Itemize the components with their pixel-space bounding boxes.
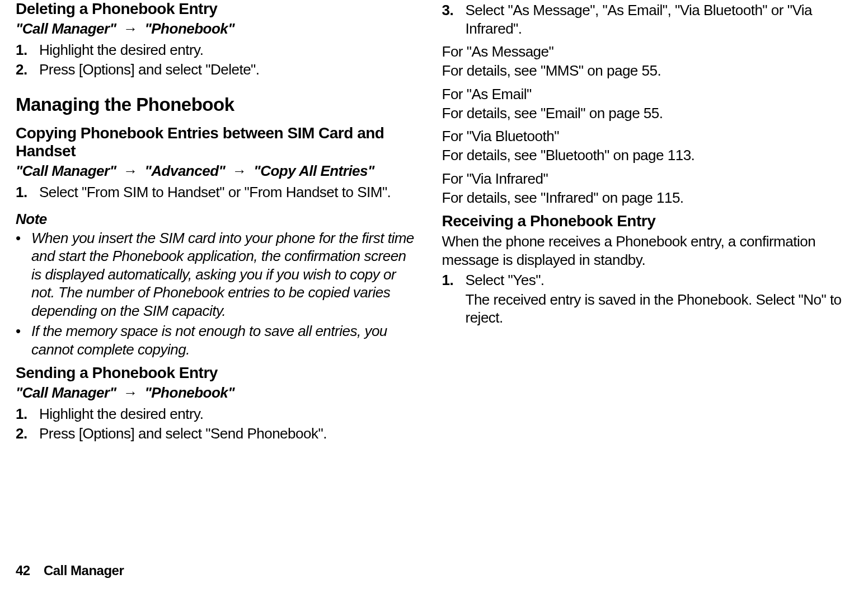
note-text: If the memory space is not enough to sav… — [31, 322, 420, 358]
heading-copying-entries: Copying Phonebook Entries between SIM Ca… — [16, 124, 420, 160]
nav-path-copying: "Call Manager" → "Advanced" → "Copy All … — [16, 162, 420, 180]
step-number: 2. — [16, 424, 39, 443]
step-text: Press [Options] and select "Delete". — [39, 60, 420, 79]
nav-segment: "Call Manager" — [16, 384, 116, 401]
step-text: Highlight the desired entry. — [39, 41, 420, 59]
arrow-right-icon: → — [123, 384, 138, 402]
nav-segment: "Copy All Entries" — [254, 162, 374, 179]
steps-sending: 1. Highlight the desired entry. 2. Press… — [16, 405, 420, 442]
step-number: 1. — [16, 41, 39, 59]
for-as-message-head: For "As Message" — [442, 43, 846, 60]
arrow-right-icon: → — [123, 20, 138, 38]
receiving-para: When the phone receives a Phonebook entr… — [442, 232, 846, 269]
step-text: Select "As Message", "As Email", "Via Bl… — [466, 1, 846, 38]
nav-path-deleting: "Call Manager" → "Phonebook" — [16, 20, 420, 38]
for-as-email-head: For "As Email" — [442, 86, 846, 103]
bullet-icon: • — [16, 229, 31, 248]
for-as-message-body: For details, see "MMS" on page 55. — [442, 62, 846, 80]
note-item: • When you insert the SIM card into your… — [16, 229, 420, 320]
heading-receiving-entry: Receiving a Phonebook Entry — [442, 212, 846, 230]
step-text-line: Select "Yes". — [466, 272, 545, 288]
left-column: Deleting a Phonebook Entry "Call Manager… — [16, 0, 431, 444]
page-number: 42 — [16, 563, 30, 578]
for-as-email-body: For details, see "Email" on page 55. — [442, 104, 846, 123]
page-footer: 42 Call Manager — [16, 563, 124, 578]
step-text: Select "From SIM to Handset" or "From Ha… — [39, 183, 420, 202]
note-label: Note — [16, 211, 420, 228]
bullet-icon: • — [16, 322, 31, 340]
step-item: 2. Press [Options] and select "Delete". — [16, 60, 420, 79]
step-number: 2. — [16, 60, 39, 79]
step-number: 1. — [16, 405, 39, 423]
step-text: Highlight the desired entry. — [39, 405, 420, 423]
step-number: 1. — [442, 271, 466, 290]
manual-page: Deleting a Phonebook Entry "Call Manager… — [0, 0, 868, 602]
for-via-bluetooth-head: For "Via Bluetooth" — [442, 128, 846, 145]
step-text: Select "Yes". The received entry is save… — [466, 271, 846, 327]
arrow-right-icon: → — [123, 162, 138, 180]
steps-receiving: 1. Select "Yes". The received entry is s… — [442, 271, 846, 327]
note-text: When you insert the SIM card into your p… — [31, 229, 420, 320]
for-via-bluetooth-body: For details, see "Bluetooth" on page 113… — [442, 146, 846, 165]
nav-segment: "Phonebook" — [144, 20, 234, 37]
heading-managing-phonebook: Managing the Phonebook — [16, 94, 420, 115]
steps-deleting: 1. Highlight the desired entry. 2. Press… — [16, 41, 420, 78]
nav-segment: "Call Manager" — [16, 20, 116, 37]
step-number: 1. — [16, 183, 39, 202]
step-item: 1. Highlight the desired entry. — [16, 405, 420, 423]
nav-segment: "Phonebook" — [144, 384, 234, 401]
nav-path-sending: "Call Manager" → "Phonebook" — [16, 384, 420, 402]
for-via-infrared-head: For "Via Infrared" — [442, 170, 846, 188]
steps-sending-cont: 3. Select "As Message", "As Email", "Via… — [442, 1, 846, 38]
footer-section: Call Manager — [44, 563, 124, 578]
step-item: 1. Select "From SIM to Handset" or "From… — [16, 183, 420, 202]
note-item: • If the memory space is not enough to s… — [16, 322, 420, 358]
step-item: 1. Select "Yes". The received entry is s… — [442, 271, 846, 327]
step-text: Press [Options] and select "Send Phonebo… — [39, 424, 420, 443]
two-column-layout: Deleting a Phonebook Entry "Call Manager… — [0, 0, 868, 444]
step-item: 2. Press [Options] and select "Send Phon… — [16, 424, 420, 443]
right-column: 3. Select "As Message", "As Email", "Via… — [431, 0, 846, 444]
for-via-infrared-body: For details, see "Infrared" on page 115. — [442, 189, 846, 207]
step-subtext: The received entry is saved in the Phone… — [466, 291, 846, 327]
step-item: 3. Select "As Message", "As Email", "Via… — [442, 1, 846, 38]
heading-deleting-entry: Deleting a Phonebook Entry — [16, 0, 420, 18]
heading-sending-entry: Sending a Phonebook Entry — [16, 364, 420, 382]
nav-segment: "Advanced" — [144, 162, 225, 179]
step-number: 3. — [442, 1, 466, 20]
arrow-right-icon: → — [232, 162, 247, 180]
steps-copying: 1. Select "From SIM to Handset" or "From… — [16, 183, 420, 202]
note-list: • When you insert the SIM card into your… — [16, 229, 420, 359]
step-item: 1. Highlight the desired entry. — [16, 41, 420, 59]
nav-segment: "Call Manager" — [16, 162, 116, 179]
